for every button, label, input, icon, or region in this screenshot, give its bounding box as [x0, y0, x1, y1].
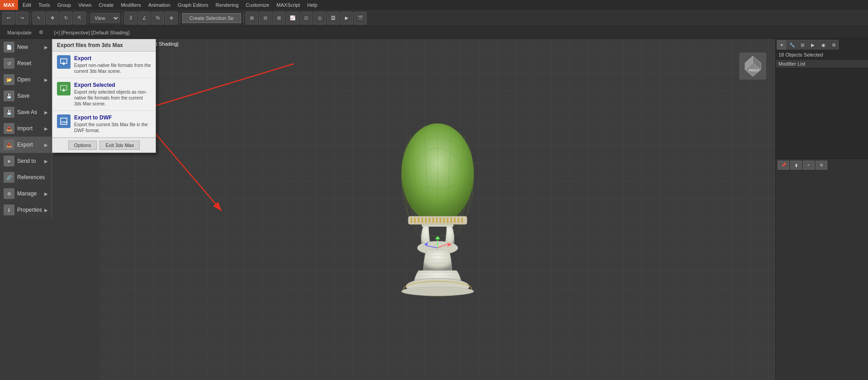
popup-item-export[interactable]: Export Export non-native file formats fr…: [52, 52, 156, 78]
show-result-btn[interactable]: ✓: [803, 161, 815, 170]
settings-btn[interactable]: ⚙: [35, 28, 47, 36]
menu-edit[interactable]: Edit: [19, 1, 35, 9]
material-editor-btn[interactable]: ◎: [313, 12, 326, 24]
export-popup-desc: Export non-native file formats from the …: [74, 62, 151, 74]
view-dropdown[interactable]: View Screen World: [90, 13, 120, 23]
menu-rendering[interactable]: Rendering: [212, 1, 242, 9]
schematic-btn[interactable]: ⊡: [300, 12, 312, 24]
separator-4: [179, 13, 180, 23]
sidebar-item-save-as[interactable]: 💾 Save As ▶: [0, 104, 52, 120]
show-end-btn[interactable]: ▮: [790, 161, 802, 170]
menu-customize[interactable]: Customize: [242, 1, 273, 9]
max-button[interactable]: MAX: [0, 0, 18, 10]
sidebar-item-manage[interactable]: ⚙ Manage ▶: [0, 185, 52, 202]
modifier-list-area[interactable]: [776, 68, 868, 159]
menu-group[interactable]: Group: [54, 1, 75, 9]
modifier-list-label: Modifier List: [776, 60, 868, 68]
render-btn[interactable]: 🎬: [354, 12, 367, 24]
sidebar-item-reset[interactable]: ↺ Reset: [0, 55, 52, 71]
svg-rect-29: [425, 218, 427, 223]
svg-text:DWF: DWF: [61, 121, 68, 124]
mirror-btn[interactable]: ⊞: [245, 12, 258, 24]
svg-marker-48: [436, 237, 439, 239]
tab-modify[interactable]: 🔧: [787, 40, 797, 50]
tab-display[interactable]: ◉: [818, 40, 828, 50]
select-btn[interactable]: ↖: [33, 12, 45, 24]
redo-button[interactable]: ↪: [16, 12, 28, 24]
menu-graph-editors[interactable]: Graph Editors: [174, 1, 212, 9]
sidebar-item-save[interactable]: 💾 Save: [0, 88, 52, 104]
svg-rect-37: [454, 218, 456, 223]
sidebar-item-references[interactable]: 🔗 References: [0, 169, 52, 185]
send-to-label: Send to: [17, 158, 36, 164]
svg-rect-35: [447, 218, 448, 223]
export-selected-popup-title: Export Selected: [74, 82, 151, 88]
export-arrow: ▶: [44, 142, 48, 147]
save-icon: 💾: [4, 90, 14, 101]
properties-label: Properties: [17, 207, 42, 213]
popup-item-export-selected[interactable]: Export Selected Export only selected obj…: [52, 78, 156, 111]
scale-btn[interactable]: ⇱: [73, 12, 86, 24]
export-popup-text: Export Export non-native file formats fr…: [74, 55, 151, 74]
tab-create[interactable]: ✦: [777, 40, 787, 50]
manipulate-btn[interactable]: Manipulate: [4, 29, 35, 36]
3d-model: [370, 108, 505, 334]
sidebar-item-open[interactable]: 📂 Open ▶: [0, 71, 52, 88]
spinner-snap-btn[interactable]: ⊕: [165, 12, 178, 24]
import-label: Import: [17, 125, 33, 132]
menu-tools[interactable]: Tools: [35, 1, 54, 9]
configure-modifier-btn[interactable]: ⚙: [816, 161, 827, 170]
tab-hierarchy[interactable]: ⊞: [797, 40, 807, 50]
options-button[interactable]: Options: [68, 141, 97, 150]
tab-motion[interactable]: ▶: [808, 40, 818, 50]
export-dwf-popup-icon: DWF: [57, 114, 71, 128]
render-frame-btn[interactable]: ▶: [340, 12, 353, 24]
right-panel-tabs: ✦ 🔧 ⊞ ▶ ◉ ⚙: [776, 39, 868, 50]
popup-footer: Options Exit 3ds Max: [52, 138, 156, 152]
menu-create[interactable]: Create: [95, 1, 117, 9]
layer-mgr-btn[interactable]: ⊞: [273, 12, 285, 24]
align-btn[interactable]: ⊟: [259, 12, 272, 24]
rotate-btn[interactable]: ↻: [60, 12, 72, 24]
separator-5: [243, 13, 244, 23]
export-label: Export: [17, 142, 33, 148]
curve-editor-btn[interactable]: 📈: [286, 12, 299, 24]
menu-help[interactable]: Help: [304, 1, 321, 9]
manage-label: Manage: [17, 190, 37, 197]
svg-rect-36: [450, 218, 452, 223]
save-label: Save: [17, 93, 29, 99]
angle-snap-btn[interactable]: ∠: [138, 12, 151, 24]
viewport-label: [+] [Perspective] [Default Shading]: [51, 29, 133, 36]
percent-snap-btn[interactable]: %: [151, 12, 164, 24]
save-as-arrow: ▶: [44, 110, 48, 115]
svg-rect-33: [439, 218, 441, 223]
undo-button[interactable]: ↩: [2, 12, 15, 24]
pin-stack-btn[interactable]: 📌: [778, 161, 789, 170]
menu-maxscript[interactable]: MAXScript: [273, 1, 304, 9]
viewport-3d[interactable]: [+] [Perspective] [Default Shading] FRON…: [99, 39, 775, 380]
export-dwf-popup-text: Export to DWF Export the current 3ds Max…: [74, 114, 151, 133]
render-setup-btn[interactable]: 🖼: [327, 12, 340, 24]
menu-modifiers[interactable]: Modifiers: [117, 1, 145, 9]
send-to-icon: ➤: [4, 156, 14, 166]
max-label: MAX: [4, 2, 14, 8]
menu-animation[interactable]: Animation: [145, 1, 174, 9]
popup-header: Export files from 3ds Max: [52, 39, 156, 52]
sidebar-item-send-to[interactable]: ➤ Send to ▶: [0, 153, 52, 169]
nav-cube[interactable]: FRONT: [739, 52, 766, 80]
sidebar-item-new[interactable]: 📄 New ▶: [0, 39, 52, 55]
sidebar-item-export[interactable]: 📤 Export ▶: [0, 137, 52, 153]
menu-views[interactable]: Views: [75, 1, 95, 9]
move-btn[interactable]: ✥: [46, 12, 59, 24]
export-popup-icon: [57, 55, 71, 69]
sidebar-item-properties[interactable]: ℹ Properties ▶: [0, 202, 52, 218]
snap-btn[interactable]: 3: [124, 12, 137, 24]
popup-item-export-dwf[interactable]: DWF Export to DWF Export the current 3ds…: [52, 111, 156, 138]
exit-3ds-max-button[interactable]: Exit 3ds Max: [99, 141, 140, 150]
sidebar-item-import[interactable]: 📥 Import ▶: [0, 120, 52, 137]
new-icon: 📄: [4, 42, 14, 52]
separator-2: [88, 13, 88, 23]
tab-utilities[interactable]: ⚙: [829, 40, 839, 50]
svg-rect-27: [418, 218, 420, 223]
create-selection-button[interactable]: Create Selection Se: [182, 13, 241, 23]
